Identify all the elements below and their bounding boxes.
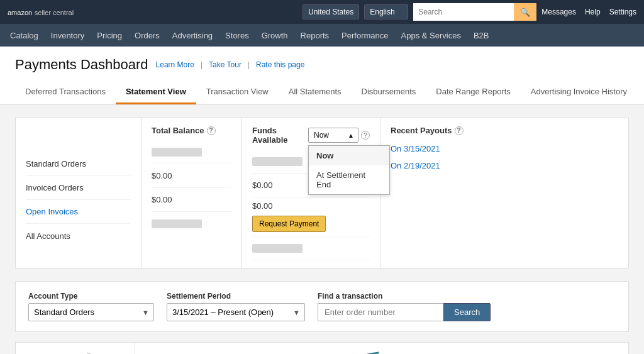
nav-advertising[interactable]: Advertising [172,26,213,45]
logo-sub: seller central [35,9,74,16]
recent-payouts-header: Recent Payouts ? [391,126,618,135]
all-accounts-funds [252,236,370,260]
total-balance-header: Total Balance ? [152,126,231,135]
messages-link[interactable]: Messages [541,8,576,16]
bottom-section: Net Proceeds ? 3/15/2021 - Present Begin… [15,342,629,354]
page-title-row: Payments Dashboard Learn More | Take Tou… [15,57,629,73]
recent-payouts-col: Recent Payouts ? On 3/15/2021 On 2/19/20… [380,118,628,268]
account-type-group: Account Type Standard Orders ▼ [28,292,154,321]
funds-available-title: Funds Available [252,126,308,145]
account-type-select[interactable]: Standard Orders [28,303,154,321]
funds-dropdown-popup: Now At Settlement End [308,145,390,195]
invoiced-orders-label: Invoiced Orders [26,176,131,200]
search-button[interactable]: 🔍 [514,3,536,21]
payout-2[interactable]: On 2/19/2021 [391,157,618,174]
page-header: Payments Dashboard Learn More | Take Tou… [0,47,644,105]
find-transaction-label: Find a transaction [318,292,491,301]
find-transaction-group: Find a transaction Search [318,292,491,321]
language-selector[interactable]: English [364,4,408,19]
tab-deferred-transactions[interactable]: Deferred Transactions [15,80,116,104]
take-tour-link[interactable]: Take Tour [209,60,242,69]
dropdown-option-settlement[interactable]: At Settlement End [309,165,389,194]
page-title: Payments Dashboard [15,57,148,73]
logo-text: amazon [8,9,32,16]
net-proceeds-panel: Net Proceeds ? 3/15/2021 - Present Begin… [16,343,135,354]
chart-svg [135,347,456,354]
nav-catalog[interactable]: Catalog [10,26,38,45]
all-accounts-funds-value [252,244,303,253]
settlement-period-select[interactable]: 3/15/2021 – Present (Open) [167,303,305,321]
all-accounts-label: All Accounts [26,224,131,248]
top-bar: amazon seller central United States Engl… [0,0,644,24]
nav-reports[interactable]: Reports [301,26,330,45]
search-bar: 🔍 [413,3,536,21]
nav-b2b[interactable]: B2B [474,26,489,45]
funds-header: Funds Available Now ▲ Now At Settlement … [252,126,370,145]
standard-orders-label: Standard Orders [26,152,131,176]
settings-link[interactable]: Settings [609,8,636,16]
standard-orders-funds-value [252,157,303,166]
nav-stores[interactable]: Stores [225,26,249,45]
request-payment-button[interactable]: Request Payment [252,216,326,232]
tab-all-statements[interactable]: All Statements [279,80,352,104]
all-accounts-total-value [152,219,202,228]
chart-area: Product charges [135,343,628,354]
search-input[interactable] [413,3,514,21]
open-invoices-funds: $0.00 Request Payment [252,197,370,236]
standard-orders-total-value [152,148,202,157]
tab-disbursements[interactable]: Disbursements [352,80,426,104]
order-number-input[interactable] [318,303,443,321]
payout-1[interactable]: On 3/15/2021 [391,140,618,157]
filter-row: Account Type Standard Orders ▼ Settlemen… [28,292,616,321]
open-invoices-label: Open Invoices [26,200,131,224]
total-balance-col: Total Balance ? $0.00 $0.00 [142,118,242,268]
help-link[interactable]: Help [585,8,601,16]
all-accounts-total [152,212,231,236]
nav-pricing[interactable]: Pricing [97,26,122,45]
funds-info-icon[interactable]: ? [361,131,370,140]
tab-statement-view[interactable]: Statement View [116,80,196,104]
dropdown-up-arrow: ▲ [348,132,354,139]
top-links: Messages Help Settings [541,8,636,16]
invoiced-orders-total: $0.00 [152,164,231,188]
find-transaction-row: Search [318,303,491,321]
country-selector[interactable]: United States [303,4,359,19]
account-type-select-wrapper: Standard Orders ▼ [28,303,154,321]
nav-apps[interactable]: Apps & Services [401,26,461,45]
settlement-period-select-wrapper: 3/15/2021 – Present (Open) ▼ [167,303,305,321]
country-label: United States [308,8,353,16]
tab-advertising-invoice-history[interactable]: Advertising Invoice History [521,80,637,104]
learn-more-link[interactable]: Learn More [156,60,194,69]
total-balance-info-icon[interactable]: ? [207,126,216,135]
standard-orders-total [152,140,231,164]
funds-available-col: Funds Available Now ▲ Now At Settlement … [242,118,380,268]
rate-page-link[interactable]: Rate this page [256,60,304,69]
recent-payouts-info-icon[interactable]: ? [455,126,464,135]
nav-inventory[interactable]: Inventory [51,26,84,45]
open-invoices-total: $0.00 [152,188,231,212]
balance-labels: Standard Orders Invoiced Orders Open Inv… [16,118,142,268]
nav-orders[interactable]: Orders [135,26,160,45]
tab-date-range-reports[interactable]: Date Range Reports [426,80,521,104]
settlement-period-label: Settlement Period [167,292,305,301]
funds-dropdown-value: Now [314,131,329,140]
page-title-links: Learn More | Take Tour | Rate this page [156,60,305,69]
find-search-button[interactable]: Search [443,303,491,321]
logo: amazon seller central [8,8,74,17]
balance-section: Standard Orders Invoiced Orders Open Inv… [15,118,629,268]
open-invoices-link[interactable]: Open Invoices [26,207,78,216]
nav-bar: Catalog Inventory Pricing Orders Adverti… [0,24,644,47]
funds-dropdown-wrapper: Now ▲ Now At Settlement End [308,128,358,143]
tabs: Deferred Transactions Statement View Tra… [15,80,629,104]
nav-growth[interactable]: Growth [262,26,288,45]
filter-section: Account Type Standard Orders ▼ Settlemen… [15,281,629,332]
nav-performance[interactable]: Performance [341,26,388,45]
funds-dropdown-button[interactable]: Now ▲ [308,128,358,143]
settlement-period-group: Settlement Period 3/15/2021 – Present (O… [167,292,305,321]
account-type-label: Account Type [28,292,154,301]
tab-transaction-view[interactable]: Transaction View [196,80,279,104]
main-content: Standard Orders Invoiced Orders Open Inv… [0,105,644,354]
dropdown-option-now[interactable]: Now [309,146,389,165]
top-bar-right: United States English 🔍 Messages Help Se… [303,3,636,21]
